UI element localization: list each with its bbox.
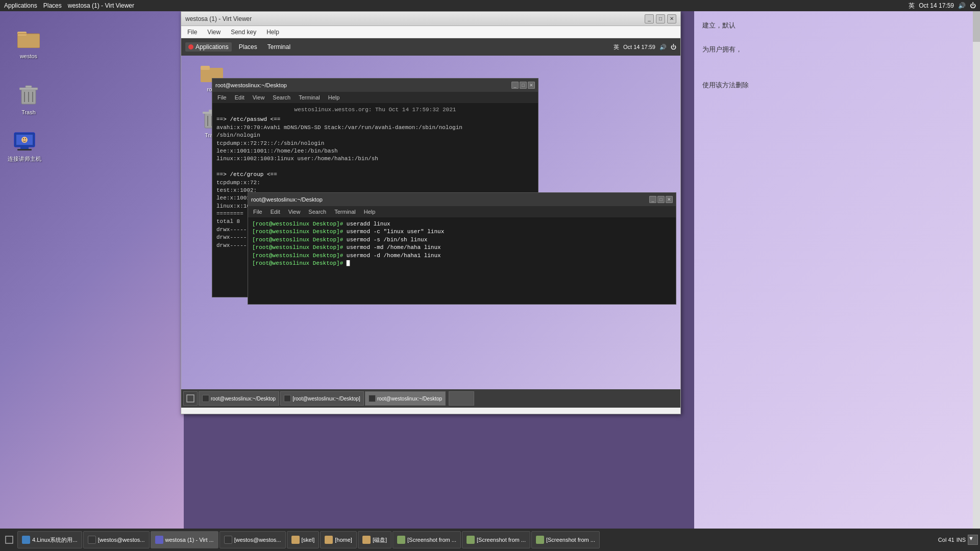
taskbar-btn-home[interactable]: [home] [320, 531, 357, 548]
virt-menu-view[interactable]: View [203, 28, 225, 37]
terminal-main-menubar: File Edit View Search Terminal Help [212, 92, 538, 103]
term-main-menu-search[interactable]: Search [270, 94, 293, 101]
inner-bar-right: 英 Oct 14 17:59 🔊 ⏻ [614, 43, 676, 51]
terminal-line-6: linux:x:1002:1003:linux user:/home/haha1… [216, 155, 534, 163]
term-main-menu-terminal[interactable]: Terminal [296, 94, 323, 101]
term2-line-4: [root@westoslinux Desktop]# usermod -md … [252, 244, 672, 252]
inner-taskbar-btn-1[interactable]: root@westoslinux:~/Desktop [199, 391, 279, 406]
svg-rect-17 [201, 66, 210, 70]
right-text-2: 为用户拥有， [702, 43, 972, 55]
terminal-line-1: ==> /etc/passwd <== [216, 116, 534, 123]
terminal-main-titlebar: root@westoslinux:~/Desktop _ □ ✕ [212, 79, 538, 92]
tb-label-disk: [磁盘] [373, 536, 387, 544]
inner-applications-button[interactable]: Applications [185, 42, 232, 52]
inner-taskbar-btn-3[interactable]: root@westoslinux:~/Desktop [365, 391, 446, 406]
virt-menu-help[interactable]: Help [262, 28, 283, 37]
sys-volume-icon[interactable]: 🔊 [958, 2, 966, 9]
virt-menu-file[interactable]: File [183, 28, 201, 37]
inner-places-label[interactable]: Places [236, 42, 260, 52]
taskbar-btn-screenshot-3[interactable]: [Screenshot from ... [531, 531, 600, 548]
virt-maximize-button[interactable]: □ [656, 14, 665, 23]
connect-icon-label: 连接讲师主机 [8, 155, 41, 163]
tb-label-skel: [skel] [302, 537, 315, 543]
inner-datetime: Oct 14 17:59 [623, 44, 655, 50]
inner-top-bar: Applications Places Terminal 英 Oct 14 17… [181, 38, 680, 56]
sys-apps-label[interactable]: Applications [4, 2, 37, 9]
term-second-menu-help[interactable]: Help [361, 208, 379, 215]
desktop-icon-connect[interactable]: 连接讲师主机 [4, 129, 45, 163]
svg-rect-5 [26, 86, 32, 88]
show-desktop-button[interactable] [2, 531, 16, 548]
main-taskbar: 4.Linux系统的用... [westos@westos... westosa… [0, 529, 980, 551]
desktop-icon-westos[interactable]: westos [8, 27, 49, 59]
virt-minimize-button[interactable]: _ [645, 14, 654, 23]
virt-menu-sendkey[interactable]: Send key [227, 28, 260, 37]
inner-terminal-label[interactable]: Terminal [264, 42, 293, 52]
inner-power-icon[interactable]: ⏻ [671, 44, 676, 50]
terminal-main-close[interactable]: ✕ [528, 82, 535, 89]
desktop: westos Trash [0, 11, 184, 529]
system-bar-left: Applications Places westosa (1) - Virt V… [4, 2, 134, 9]
term-second-menu-file[interactable]: File [250, 208, 265, 215]
term-second-menu-search[interactable]: Search [305, 208, 329, 215]
scrollbar-thumb[interactable] [973, 11, 980, 42]
taskbar-resize-handle[interactable]: ▼ [968, 535, 978, 545]
right-panel: 建立，默认 为用户拥有， 使用该方法删除 [694, 11, 980, 529]
terminal-second-minimize[interactable]: _ [649, 196, 656, 203]
virt-titlebar: westosa (1) - Virt Viewer _ □ ✕ [181, 12, 680, 26]
virt-title: westosa (1) - Virt Viewer [185, 15, 252, 22]
terminal-main-win-buttons: _ □ ✕ [511, 82, 535, 89]
virt-viewer-window: westosa (1) - Virt Viewer _ □ ✕ File Vie… [181, 11, 681, 414]
terminal-second-maximize[interactable]: □ [657, 196, 665, 203]
terminal-line-9: tcpdump:x:72: [216, 179, 534, 187]
tb-screenshot-icon-2 [467, 536, 475, 544]
inner-tb-label-3: root@westoslinux:~/Desktop [377, 396, 442, 402]
term2-line-3: [root@westoslinux Desktop]# usermod -s /… [252, 236, 672, 244]
term2-line-2: [root@westoslinux Desktop]# usermod -c "… [252, 228, 672, 236]
virt-close-button[interactable]: ✕ [667, 14, 676, 23]
terminal-header-line: westoslinux.westos.org: Thu Oct 14 17:59… [216, 106, 534, 114]
term-main-menu-file[interactable]: File [214, 94, 230, 101]
virt-window-buttons: _ □ ✕ [645, 14, 676, 23]
tb-folder-icon-skel [291, 536, 300, 544]
taskbar-btn-screenshot-2[interactable]: [Screenshot from ... [462, 531, 530, 548]
tb-label-virt: westosa (1) - Virt ... [165, 537, 214, 543]
tb-label-home: [home] [335, 537, 352, 543]
taskbar-btn-terminal-2[interactable]: [westos@westos... [219, 531, 286, 548]
inner-taskbar: root@westoslinux:~/Desktop [root@westosl… [181, 389, 680, 408]
term-main-menu-help[interactable]: Help [325, 94, 343, 101]
col-label: Col 41 [938, 537, 954, 543]
desktop-icon-trash[interactable]: Trash [8, 83, 49, 115]
inner-volume-icon[interactable]: 🔊 [659, 44, 667, 51]
terminal-main-maximize[interactable]: □ [520, 82, 527, 89]
term-second-menu-view[interactable]: View [285, 208, 304, 215]
term-second-menu-edit[interactable]: Edit [267, 208, 283, 215]
taskbar-btn-virt[interactable]: westosa (1) - Virt ... [151, 531, 218, 548]
inner-workspace-indicator[interactable] [449, 391, 474, 406]
terminal-second-close[interactable]: ✕ [666, 196, 673, 203]
tb-label-terminal-2: [westos@westos... [234, 537, 281, 543]
term-main-menu-edit[interactable]: Edit [232, 94, 248, 101]
term-main-menu-view[interactable]: View [250, 94, 268, 101]
sys-power-icon[interactable]: ⏻ [970, 2, 976, 9]
terminal-second-content[interactable]: [root@westoslinux Desktop]# useradd linu… [248, 217, 676, 304]
taskbar-btn-disk[interactable]: [磁盘] [358, 531, 391, 548]
svg-rect-26 [187, 395, 194, 402]
inner-taskbar-btn-2[interactable]: [root@westoslinux:~/Desktop] [280, 391, 364, 406]
terminal-second-window: root@westoslinux:~/Desktop _ □ ✕ File Ed… [248, 192, 676, 305]
terminal-second-menubar: File Edit View Search Terminal Help [248, 206, 676, 217]
terminal-main-minimize[interactable]: _ [511, 82, 519, 89]
taskbar-btn-doc[interactable]: 4.Linux系统的用... [17, 531, 82, 548]
tb-folder-icon-disk [362, 536, 371, 544]
taskbar-btn-skel[interactable]: [skel] [287, 531, 320, 548]
inner-lang: 英 [614, 43, 619, 51]
tb-label-screenshot-2: [Screenshot from ... [477, 537, 526, 543]
term-second-menu-terminal[interactable]: Terminal [331, 208, 359, 215]
sys-places-label[interactable]: Places [43, 2, 62, 9]
taskbar-btn-screenshot-1[interactable]: [Screenshot from ... [393, 531, 461, 548]
system-bar-right: 英 Oct 14 17:59 🔊 ⏻ [909, 2, 976, 10]
right-text-3: 使用该方法删除 [702, 79, 972, 91]
right-panel-scrollbar[interactable] [973, 11, 980, 529]
taskbar-btn-terminal-1[interactable]: [westos@westos... [83, 531, 150, 548]
inner-show-desktop-button[interactable] [183, 391, 198, 406]
